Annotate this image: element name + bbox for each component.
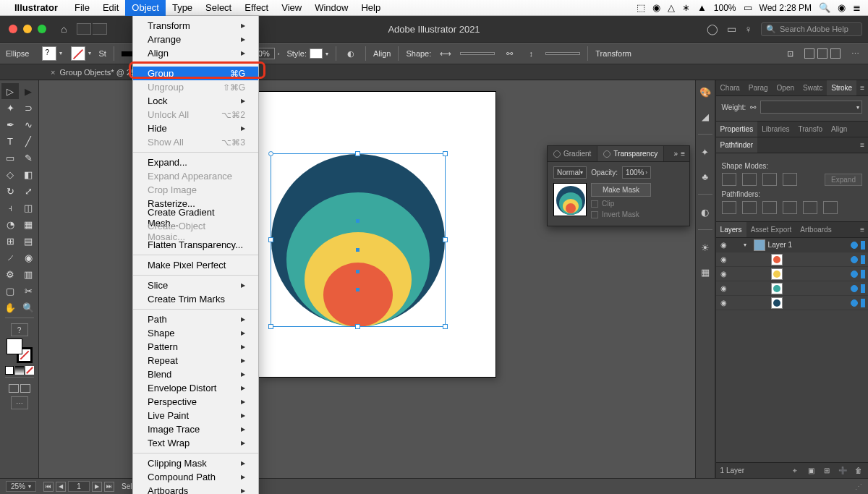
menu-item-repeat[interactable]: Repeat	[133, 354, 258, 367]
isolate-icon[interactable]: ⊡	[783, 46, 797, 61]
new-layer-icon[interactable]: ➕	[838, 467, 848, 474]
menu-item-text-wrap[interactable]: Text Wrap	[133, 436, 258, 450]
menu-view[interactable]: View	[275, 0, 308, 16]
edit-toolbar-button[interactable]: ⋯	[11, 396, 28, 409]
properties-tab[interactable]: Properties	[716, 122, 758, 137]
minus-back-icon[interactable]	[823, 201, 838, 214]
scale-tool[interactable]: ⤢	[20, 183, 37, 199]
brushes-panel-icon[interactable]: ♣	[698, 169, 712, 184]
menu-item-create-trim-marks[interactable]: Create Trim Marks	[133, 292, 258, 306]
menu-item-make-pixel-perfect[interactable]: Make Pixel Perfect	[133, 258, 258, 272]
panel-menu-icon[interactable]: ≡	[681, 150, 685, 158]
shaper-tool[interactable]: ◇	[1, 166, 19, 182]
unite-icon[interactable]	[722, 173, 736, 186]
style-swatch[interactable]	[310, 48, 323, 59]
menu-edit[interactable]: Edit	[96, 0, 125, 16]
menu-item-hide[interactable]: Hide	[133, 122, 258, 135]
symbols-panel-icon[interactable]: ✦	[698, 145, 712, 159]
menu-item-clipping-mask[interactable]: Clipping Mask	[133, 456, 258, 470]
parag-tab[interactable]: Parag	[744, 80, 773, 95]
selection-tool[interactable]: ▷	[1, 83, 19, 99]
transform-tab[interactable]: Transfo	[794, 122, 827, 137]
battery-icon[interactable]: ▭	[744, 2, 752, 13]
divide-icon[interactable]	[722, 201, 736, 214]
expand-button[interactable]: Expand	[825, 174, 862, 186]
graphic-styles-icon[interactable]: ☀	[698, 240, 712, 255]
cc-icon[interactable]: ◉	[652, 2, 660, 13]
menu-item-expand[interactable]: Expand...	[133, 156, 258, 169]
bluetooth-icon[interactable]: ∗	[682, 2, 690, 13]
line-segment-tool[interactable]: ╱	[20, 133, 37, 149]
make-clipping-mask-icon[interactable]: ▣	[806, 467, 816, 474]
menu-type[interactable]: Type	[166, 0, 199, 16]
menu-item-lock[interactable]: Lock	[133, 94, 258, 108]
direct-selection-tool[interactable]: ▶	[20, 83, 37, 99]
zoom-input[interactable]: 25%▾	[6, 481, 36, 492]
shape-width-input[interactable]	[460, 52, 495, 55]
clock[interactable]: Wed 2:28 PM	[760, 3, 812, 13]
color-guide-icon[interactable]: ◢	[698, 109, 712, 124]
arrange-docs-icon[interactable]: ▭	[727, 23, 736, 35]
zoom-tool[interactable]: 🔍	[20, 299, 37, 315]
pen-tool[interactable]: ✒	[1, 116, 19, 132]
menu-object[interactable]: Object	[125, 0, 166, 16]
fill-swatch[interactable]: ?▾	[42, 46, 56, 61]
sync-icon[interactable]: △	[668, 2, 675, 13]
transparency-opacity-input[interactable]: 100%›	[622, 166, 651, 179]
appearance-panel-icon[interactable]: ◐	[698, 205, 712, 219]
curvature-tool[interactable]: ∿	[20, 116, 37, 132]
magic-wand-tool[interactable]: ✦	[1, 100, 19, 116]
menu-item-blend[interactable]: Blend	[133, 367, 258, 381]
menu-help[interactable]: Help	[354, 0, 387, 16]
layers-menu-icon[interactable]: ≡	[856, 222, 868, 237]
selection-bounding-box[interactable]	[271, 153, 446, 327]
align-label[interactable]: Align	[373, 49, 391, 58]
menu-item-live-paint[interactable]: Live Paint	[133, 409, 258, 422]
quick-align-icons[interactable]	[804, 48, 841, 59]
minus-front-icon[interactable]	[742, 173, 757, 186]
menu-file[interactable]: File	[68, 0, 96, 16]
trim-icon[interactable]	[742, 201, 757, 214]
mesh-tool[interactable]: ⊞	[1, 233, 19, 249]
blend-mode-select[interactable]: Normal▾	[553, 166, 587, 179]
paintbrush-tool[interactable]: ✎	[20, 150, 37, 166]
column-graph-tool[interactable]: ▥	[20, 266, 37, 282]
lasso-tool[interactable]: ⊃	[20, 100, 37, 116]
merge-icon[interactable]	[762, 201, 777, 214]
stroke-swatch[interactable]: ▾	[71, 46, 85, 61]
spotlight-icon[interactable]: 🔍	[819, 2, 830, 13]
collapse-panel-icon[interactable]: »	[674, 150, 678, 158]
menu-item-group[interactable]: Group⌘G	[133, 67, 258, 80]
make-mask-button[interactable]: Make Mask	[591, 183, 651, 197]
menu-item-compound-path[interactable]: Compound Path	[133, 470, 258, 484]
shape-height-input[interactable]	[545, 52, 580, 55]
layer-row-top[interactable]: ◉▾Layer 1	[716, 238, 868, 252]
user-icon[interactable]: ◯	[707, 23, 718, 35]
transparency-tab[interactable]: Transparency	[597, 146, 664, 161]
asset-panel-icon[interactable]: ▦	[698, 265, 712, 279]
blend-tool[interactable]: ◉	[20, 250, 37, 265]
asset-export-tab[interactable]: Asset Export	[746, 222, 796, 237]
menu-item-transform[interactable]: Transform	[133, 19, 258, 33]
menu-item-envelope-distort[interactable]: Envelope Distort	[133, 381, 258, 395]
fill-stroke-control[interactable]	[5, 338, 34, 363]
color-mode-swatches[interactable]	[5, 366, 34, 375]
libraries-tab[interactable]: Libraries	[757, 122, 793, 137]
link-wh-icon[interactable]: ⚯	[502, 46, 516, 61]
menu-select[interactable]: Select	[199, 0, 238, 16]
menu-item-align[interactable]: Align	[133, 46, 258, 60]
delete-layer-icon[interactable]: 🗑	[854, 467, 864, 474]
stroke-weight-link-icon[interactable]: ⚯	[750, 103, 756, 111]
app-name[interactable]: Illustrator	[14, 2, 58, 13]
layers-tab[interactable]: Layers	[716, 222, 746, 237]
intersect-icon[interactable]	[762, 173, 777, 186]
shape-builder-tool[interactable]: ◔	[1, 216, 19, 232]
stroke-tab[interactable]: Stroke	[827, 80, 856, 95]
traffic-light-minimize[interactable]	[23, 25, 32, 33]
wifi-icon[interactable]: ▲	[697, 2, 707, 13]
shape-height-icon[interactable]: ↕	[524, 46, 538, 61]
dropbox-icon[interactable]: ⬚	[637, 2, 645, 13]
stroke-panel-menu-icon[interactable]: ≡	[856, 80, 868, 95]
panel-menu-icon[interactable]: ⋯	[848, 46, 862, 61]
menu-window[interactable]: Window	[308, 0, 354, 16]
